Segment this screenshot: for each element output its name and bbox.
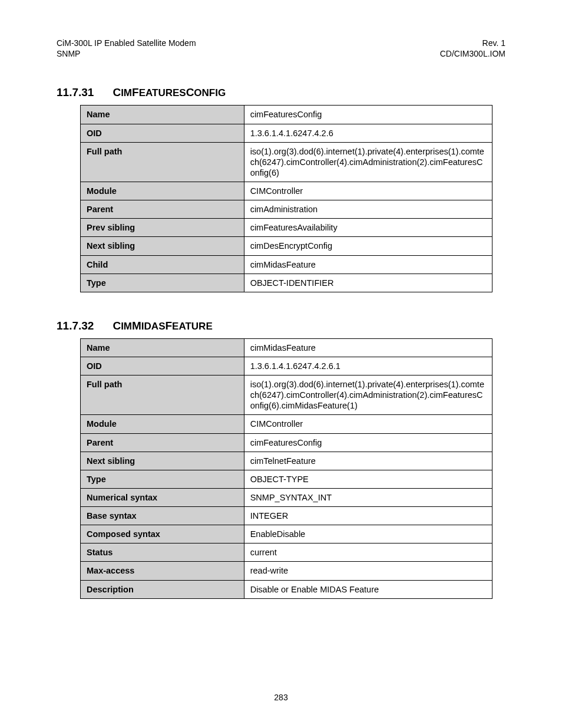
row-value: 1.3.6.1.4.1.6247.4.2.6.1 [244, 357, 492, 375]
row-label: Base syntax [81, 507, 244, 525]
header-docid: CD/CIM300L.IOM [440, 48, 505, 59]
row-value: cimFeaturesConfig [244, 106, 492, 124]
table-row: Composed syntaxEnableDisable [81, 525, 492, 543]
title-cap: M [132, 319, 141, 332]
row-label: Full path [81, 142, 244, 182]
table-row: Next siblingcimDesEncryptConfig [81, 237, 492, 255]
title-small: IM [121, 87, 132, 98]
section: 11.7.31CIMFEATURESCONFIGNamecimFeaturesC… [57, 86, 505, 292]
row-label: Next sibling [81, 452, 244, 470]
row-value: cimDesEncryptConfig [244, 237, 492, 255]
row-value: OBJECT-TYPE [244, 470, 492, 488]
header-right: Rev. 1 CD/CIM300L.IOM [440, 38, 505, 59]
header-title: CiM-300L IP Enabled Satellite Modem [57, 38, 196, 48]
row-label: OID [81, 124, 244, 142]
sections-container: 11.7.31CIMFEATURESCONFIGNamecimFeaturesC… [57, 86, 505, 598]
row-label: Status [81, 543, 244, 562]
table-row: TypeOBJECT-TYPE [81, 470, 492, 488]
section: 11.7.32CIMMIDASFEATURENamecimMidasFeatur… [57, 319, 505, 599]
header-left: CiM-300L IP Enabled Satellite Modem SNMP [57, 38, 196, 59]
row-value: cimMidasFeature [244, 255, 492, 274]
row-label: Module [81, 182, 244, 200]
row-label: Parent [81, 433, 244, 452]
row-label: Child [81, 255, 244, 274]
row-value: cimFeaturesConfig [244, 433, 492, 452]
table-row: Statuscurrent [81, 543, 492, 562]
row-label: Name [81, 106, 244, 124]
row-label: Module [81, 415, 244, 433]
table-row: ModuleCIMController [81, 415, 492, 433]
section-number: 11.7.31 [57, 86, 94, 99]
table-row: NamecimFeaturesConfig [81, 106, 492, 124]
row-label: Parent [81, 200, 244, 219]
definition-table: NamecimFeaturesConfigOID1.3.6.1.4.1.6247… [80, 105, 492, 292]
table-row: Full pathiso(1).org(3).dod(6).internet(1… [81, 375, 492, 415]
row-value: CIMController [244, 182, 492, 200]
row-label: Numerical syntax [81, 488, 244, 506]
table-row: Base syntaxINTEGER [81, 507, 492, 525]
row-value: EnableDisable [244, 525, 492, 543]
table-row: NamecimMidasFeature [81, 338, 492, 357]
row-label: Name [81, 338, 244, 357]
title-cap: C [113, 319, 121, 332]
row-label: Type [81, 470, 244, 488]
row-label: Composed syntax [81, 525, 244, 543]
title-small: EATURE [172, 321, 213, 332]
row-label: Next sibling [81, 237, 244, 255]
table-row: Numerical syntaxSNMP_SYNTAX_INT [81, 488, 492, 506]
table-row: Full pathiso(1).org(3).dod(6).internet(1… [81, 142, 492, 182]
section-number: 11.7.32 [57, 319, 94, 332]
row-value: iso(1).org(3).dod(6).internet(1).private… [244, 142, 492, 182]
title-cap: F [132, 86, 139, 98]
table-row: ParentcimFeaturesConfig [81, 433, 492, 452]
table-row: ChildcimMidasFeature [81, 255, 492, 274]
table-row: OID1.3.6.1.4.1.6247.4.2.6.1 [81, 357, 492, 375]
page-number: 283 [0, 693, 562, 702]
row-value: current [244, 543, 492, 562]
row-value: read-write [244, 562, 492, 580]
row-label: Prev sibling [81, 219, 244, 237]
row-value: cimMidasFeature [244, 338, 492, 357]
table-row: ModuleCIMController [81, 182, 492, 200]
title-cap: F [165, 319, 172, 332]
row-value: SNMP_SYNTAX_INT [244, 488, 492, 506]
row-value: iso(1).org(3).dod(6).internet(1).private… [244, 375, 492, 415]
section-heading: 11.7.31CIMFEATURESCONFIG [57, 86, 505, 99]
row-label: OID [81, 357, 244, 375]
definition-table: NamecimMidasFeatureOID1.3.6.1.4.1.6247.4… [80, 338, 492, 599]
row-value: INTEGER [244, 507, 492, 525]
row-label: Type [81, 274, 244, 292]
table-row: ParentcimAdministration [81, 200, 492, 219]
table-row: DescriptionDisable or Enable MIDAS Featu… [81, 580, 492, 598]
row-value: cimAdministration [244, 200, 492, 219]
row-label: Full path [81, 375, 244, 415]
row-label: Description [81, 580, 244, 598]
row-value: 1.3.6.1.4.1.6247.4.2.6 [244, 124, 492, 142]
table-row: Next siblingcimTelnetFeature [81, 452, 492, 470]
header-subtitle: SNMP [57, 48, 196, 59]
title-cap: C [113, 86, 121, 98]
section-title: CIMMIDASFEATURE [113, 319, 212, 332]
header-revision: Rev. 1 [440, 38, 505, 48]
title-small: IDAS [141, 321, 166, 332]
table-row: Max-accessread-write [81, 562, 492, 580]
row-value: CIMController [244, 415, 492, 433]
row-value: cimFeaturesAvailability [244, 219, 492, 237]
section-title: CIMFEATURESCONFIG [113, 86, 226, 99]
title-small: ONFIG [194, 87, 226, 98]
table-row: OID1.3.6.1.4.1.6247.4.2.6 [81, 124, 492, 142]
row-value: cimTelnetFeature [244, 452, 492, 470]
row-value: OBJECT-IDENTIFIER [244, 274, 492, 292]
table-row: TypeOBJECT-IDENTIFIER [81, 274, 492, 292]
title-cap: C [186, 86, 194, 98]
title-small: EATURES [139, 87, 186, 98]
row-value: Disable or Enable MIDAS Feature [244, 580, 492, 598]
table-row: Prev siblingcimFeaturesAvailability [81, 219, 492, 237]
title-small: IM [121, 321, 132, 332]
row-label: Max-access [81, 562, 244, 580]
page-header: CiM-300L IP Enabled Satellite Modem SNMP… [57, 38, 505, 59]
section-heading: 11.7.32CIMMIDASFEATURE [57, 319, 505, 332]
